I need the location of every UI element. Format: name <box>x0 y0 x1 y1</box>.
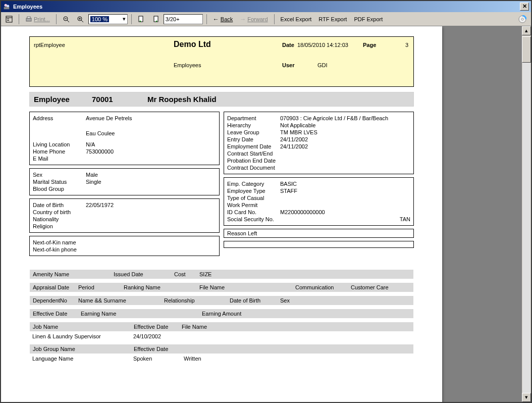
date-label: Date <box>282 42 294 48</box>
job-c1: Job Name <box>33 324 134 330</box>
amenity-c2: Issued Date <box>114 271 174 277</box>
rtf-export-button[interactable]: RTF Export <box>316 15 349 24</box>
zoom-in-button[interactable] <box>74 14 86 24</box>
blood-group-label: Blood Group <box>33 186 86 192</box>
page-label: Page <box>363 42 376 48</box>
excel-export-label: Excel Export <box>281 16 312 22</box>
job-row-c2: 24/10/2002 <box>133 333 161 339</box>
hierarchy-value: Not Applicable <box>280 122 410 128</box>
job-row-c1: Linen & Laundry Supervisor <box>32 333 133 339</box>
work-permit-value <box>280 202 410 208</box>
contract-document-value <box>280 165 410 171</box>
user-label: User <box>282 62 294 68</box>
reason-left-value-box <box>224 241 414 248</box>
marital-status-value: Single <box>86 179 216 185</box>
print-button[interactable]: Print... <box>23 14 52 24</box>
earning-c1: Effective Date <box>33 311 81 317</box>
living-location-label: Living Location <box>33 141 86 147</box>
nok-name-value <box>93 239 216 245</box>
dob-value: 22/05/1972 <box>86 202 216 208</box>
chevron-down-icon: ▾ <box>123 16 126 22</box>
forward-arrow-icon: → <box>240 16 246 23</box>
page-info: 3/20+ <box>166 16 180 22</box>
left-column: AddressAvenue De Petrels Eau Coulee Livi… <box>29 112 220 256</box>
first-page-button[interactable] <box>135 14 147 24</box>
dependent-header: DependentNo Name && Surname Relationship… <box>29 295 414 306</box>
appraisal-c4: File Name <box>199 284 295 290</box>
employment-box-2: Emp. CategoryBASIC Employee TypeSTAFF Ty… <box>224 177 414 226</box>
vertical-scrollbar[interactable]: ▴ ▾ <box>521 26 531 402</box>
dependent-c3: Relationship <box>164 297 230 304</box>
department-label: Department <box>227 115 280 121</box>
first-page-icon <box>138 16 145 23</box>
report-header: rptEmployee Demo Ltd Employees Date 18/0… <box>29 36 414 87</box>
print-label: Print... <box>34 16 50 22</box>
group-tree-button[interactable] <box>3 14 15 24</box>
pdf-export-label: PDF Export <box>354 16 383 22</box>
type-of-casual-label: Type of Casual <box>227 195 280 201</box>
scroll-thumb[interactable] <box>522 36 531 63</box>
employee-type-label: Employee Type <box>227 188 280 194</box>
zoom-select[interactable]: 100 % ▾ <box>88 14 128 24</box>
close-button[interactable]: ✕ <box>520 3 529 11</box>
address-box: AddressAvenue De Petrels Eau Coulee Livi… <box>29 112 220 165</box>
earning-header: Effective Date Earning Name Earning Amou… <box>29 309 414 319</box>
report-page: rptEmployee Demo Ltd Employees Date 18/0… <box>1 26 442 402</box>
nok-phone-value <box>93 246 216 253</box>
earning-c2: Earning Name <box>81 311 202 317</box>
personal-box-2: Date of Birth22/05/1972 Country of birth… <box>29 198 220 233</box>
work-permit-label: Work Permit <box>227 202 280 208</box>
pdf-export-button[interactable]: PDF Export <box>351 15 385 24</box>
dependent-c5: Sex <box>280 297 290 304</box>
appraisal-c6: Customer Care <box>351 284 389 290</box>
toolbar: Print... 100 % ▾ 3/20+ ← Back → Forward … <box>1 12 531 26</box>
back-arrow-icon: ← <box>213 16 219 23</box>
dob-label: Date of Birth <box>33 202 86 208</box>
employment-date-label: Employment Date <box>227 143 280 149</box>
language-c3: Written <box>184 356 201 362</box>
job-group-header: Job Group Name Effective Date <box>29 344 414 354</box>
entry-date-label: Entry Date <box>227 136 280 142</box>
forward-label: Forward <box>247 16 268 22</box>
entry-date-value: 24/11/2002 <box>280 136 410 142</box>
appraisal-header: Appraisal Date Period Ranking Name File … <box>29 282 414 292</box>
probation-end-value <box>280 158 410 164</box>
nok-box: Next-of-Kin name Next-of-kin phone <box>29 236 220 256</box>
job-group-c1: Job Group Name <box>33 346 134 352</box>
page-scroll-area[interactable]: rptEmployee Demo Ltd Employees Date 18/0… <box>1 26 521 402</box>
print-icon <box>25 16 32 23</box>
amenity-c1: Amenity Name <box>33 271 114 277</box>
language-c1: Language Name <box>32 356 133 362</box>
home-phone-value: 753000000 <box>86 148 216 155</box>
group-tree-icon <box>6 16 13 23</box>
employee-name: Mr Roopesh Khalid <box>147 95 217 104</box>
scroll-up-button[interactable]: ▴ <box>522 26 531 35</box>
company-name: Demo Ltd <box>174 40 211 49</box>
forward-button[interactable]: → Forward <box>237 14 270 24</box>
cd-icon-button[interactable] <box>516 14 529 25</box>
email-label: E Mail <box>33 156 86 162</box>
back-button[interactable]: ← Back <box>210 14 235 24</box>
svg-line-11 <box>67 20 69 22</box>
dependent-c4: Date of Birth <box>230 297 280 304</box>
disc-icon <box>518 15 526 23</box>
leave-group-value: TM MBR LVES <box>280 129 410 135</box>
dependent-c2: Name && Surname <box>78 297 164 304</box>
country-of-birth-label: Country of birth <box>33 209 86 215</box>
scroll-down-button[interactable]: ▾ <box>522 393 531 402</box>
email-value <box>86 156 216 162</box>
language-c2: Spoken <box>133 356 184 362</box>
back-label: Back <box>221 16 233 22</box>
employment-box-1: Department070903 : Cie Agricole Ltd / F&… <box>224 112 414 174</box>
last-page-button[interactable] <box>149 14 162 24</box>
job-c2: Effective Date <box>134 324 182 330</box>
zoom-out-button[interactable] <box>60 14 72 24</box>
page-input[interactable]: 3/20+ <box>164 14 203 24</box>
zoom-in-icon <box>77 16 84 23</box>
job-c3: File Name <box>182 324 207 330</box>
excel-export-button[interactable]: Excel Export <box>278 15 314 24</box>
user-value: GDI <box>317 62 328 68</box>
amenity-c3: Cost <box>174 271 199 277</box>
reason-left-box: Reason Left <box>224 229 414 238</box>
nok-name-label: Next-of-Kin name <box>33 239 93 245</box>
